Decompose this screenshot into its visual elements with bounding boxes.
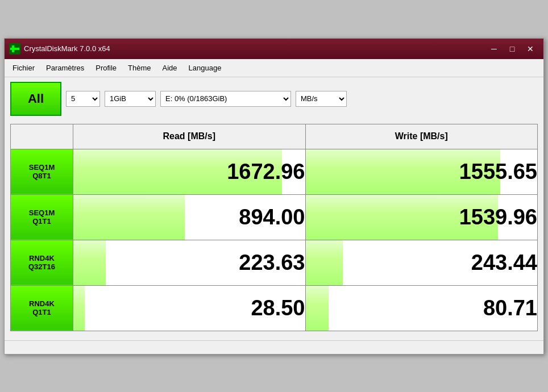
row-4-read: 28.50 xyxy=(73,285,306,331)
close-button[interactable]: ✕ xyxy=(522,42,539,56)
results-area: Read [MB/s] Write [MB/s] SEQ1M Q8T1 1672… xyxy=(5,120,543,337)
size-select[interactable]: 1GiB xyxy=(105,91,156,107)
toolbar: All 5 1GiB E: 0% (0/1863GiB) MB/s xyxy=(5,77,543,120)
window-controls: ─ □ ✕ xyxy=(485,42,539,56)
menu-parametres[interactable]: Paramètres xyxy=(40,61,90,74)
menu-fichier[interactable]: Fichier xyxy=(7,61,40,74)
table-row: SEQ1M Q8T1 1672.96 1555.65 xyxy=(11,149,538,194)
svg-rect-2 xyxy=(12,45,14,52)
table-header: Read [MB/s] Write [MB/s] xyxy=(11,124,538,149)
row-2-write: 1539.96 xyxy=(305,194,538,240)
menu-aide[interactable]: Aide xyxy=(157,61,183,74)
col-write-header: Write [MB/s] xyxy=(305,124,538,149)
results-table: Read [MB/s] Write [MB/s] SEQ1M Q8T1 1672… xyxy=(10,124,538,331)
svg-rect-1 xyxy=(10,48,19,50)
all-button[interactable]: All xyxy=(10,82,61,116)
drive-select[interactable]: E: 0% (0/1863GiB) xyxy=(160,91,291,107)
table-row: RND4K Q1T1 28.50 80.71 xyxy=(11,285,538,331)
title-bar: CrystalDiskMark 7.0.0 x64 ─ □ ✕ xyxy=(5,39,543,59)
menu-theme[interactable]: Thème xyxy=(122,61,156,74)
app-icon xyxy=(9,43,20,55)
count-select[interactable]: 5 xyxy=(66,91,100,107)
row-3-label: RND4K Q32T16 xyxy=(11,240,73,285)
maximize-button[interactable]: □ xyxy=(504,42,521,56)
row-1-label: SEQ1M Q8T1 xyxy=(11,149,73,194)
row-4-label: RND4K Q1T1 xyxy=(11,285,73,331)
row-1-write: 1555.65 xyxy=(305,149,538,194)
main-window: CrystalDiskMark 7.0.0 x64 ─ □ ✕ Fichier … xyxy=(4,38,544,355)
menu-bar: Fichier Paramètres Profile Thème Aide La… xyxy=(5,59,543,77)
window-title: CrystalDiskMark 7.0.0 x64 xyxy=(24,44,485,53)
unit-select[interactable]: MB/s xyxy=(296,91,347,107)
minimize-button[interactable]: ─ xyxy=(485,42,503,56)
menu-language[interactable]: Language xyxy=(183,61,227,74)
table-row: RND4K Q32T16 223.63 243.44 xyxy=(11,240,538,285)
row-3-read: 223.63 xyxy=(73,240,306,285)
col-read-header: Read [MB/s] xyxy=(73,124,306,149)
row-2-read: 894.00 xyxy=(73,194,306,240)
row-3-write: 243.44 xyxy=(305,240,538,285)
row-1-read: 1672.96 xyxy=(73,149,306,194)
menu-profile[interactable]: Profile xyxy=(90,61,122,74)
status-bar xyxy=(5,340,543,354)
row-4-write: 80.71 xyxy=(305,285,538,331)
table-row: SEQ1M Q1T1 894.00 1539.96 xyxy=(11,194,538,240)
row-2-label: SEQ1M Q1T1 xyxy=(11,194,73,240)
